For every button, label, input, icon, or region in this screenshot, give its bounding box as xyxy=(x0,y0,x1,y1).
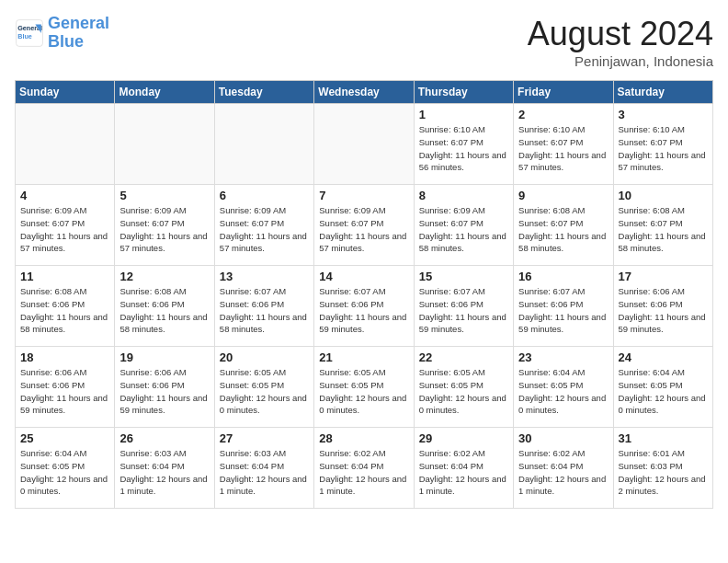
calendar-cell: 2Sunrise: 6:10 AM Sunset: 6:07 PM Daylig… xyxy=(514,104,613,185)
calendar-cell: 12Sunrise: 6:08 AM Sunset: 6:06 PM Dayli… xyxy=(115,266,214,347)
calendar-cell xyxy=(115,104,214,185)
week-row-4: 18Sunrise: 6:06 AM Sunset: 6:06 PM Dayli… xyxy=(16,347,713,428)
calendar-cell: 23Sunrise: 6:04 AM Sunset: 6:05 PM Dayli… xyxy=(514,347,613,428)
week-row-5: 25Sunrise: 6:04 AM Sunset: 6:05 PM Dayli… xyxy=(16,428,713,509)
weekday-header-sunday: Sunday xyxy=(16,81,115,104)
calendar-cell: 20Sunrise: 6:05 AM Sunset: 6:05 PM Dayli… xyxy=(214,347,313,428)
weekday-header-thursday: Thursday xyxy=(414,81,513,104)
day-info: Sunrise: 6:06 AM Sunset: 6:06 PM Dayligh… xyxy=(20,366,109,417)
calendar-cell: 31Sunrise: 6:01 AM Sunset: 6:03 PM Dayli… xyxy=(613,428,712,509)
day-info: Sunrise: 6:03 AM Sunset: 6:04 PM Dayligh… xyxy=(119,447,209,498)
day-info: Sunrise: 6:05 AM Sunset: 6:05 PM Dayligh… xyxy=(220,366,309,417)
day-info: Sunrise: 6:10 AM Sunset: 6:07 PM Dayligh… xyxy=(419,123,508,174)
day-info: Sunrise: 6:05 AM Sunset: 6:05 PM Dayligh… xyxy=(319,366,408,417)
calendar-cell: 28Sunrise: 6:02 AM Sunset: 6:04 PM Dayli… xyxy=(314,428,414,509)
calendar-cell: 24Sunrise: 6:04 AM Sunset: 6:05 PM Dayli… xyxy=(613,347,712,428)
day-number: 24 xyxy=(619,350,708,364)
day-info: Sunrise: 6:07 AM Sunset: 6:06 PM Dayligh… xyxy=(319,285,408,336)
day-number: 18 xyxy=(20,350,109,364)
day-info: Sunrise: 6:02 AM Sunset: 6:04 PM Dayligh… xyxy=(518,447,608,498)
day-number: 9 xyxy=(518,189,608,202)
weekday-header-row: SundayMondayTuesdayWednesdayThursdayFrid… xyxy=(16,81,713,104)
calendar-cell: 19Sunrise: 6:06 AM Sunset: 6:06 PM Dayli… xyxy=(115,347,214,428)
calendar-cell xyxy=(214,104,313,185)
calendar-cell: 18Sunrise: 6:06 AM Sunset: 6:06 PM Dayli… xyxy=(16,347,115,428)
calendar-cell: 9Sunrise: 6:08 AM Sunset: 6:07 PM Daylig… xyxy=(514,185,613,266)
calendar-cell: 14Sunrise: 6:07 AM Sunset: 6:06 PM Dayli… xyxy=(314,266,414,347)
day-info: Sunrise: 6:09 AM Sunset: 6:07 PM Dayligh… xyxy=(20,204,109,255)
calendar-cell: 13Sunrise: 6:07 AM Sunset: 6:06 PM Dayli… xyxy=(214,266,313,347)
day-info: Sunrise: 6:10 AM Sunset: 6:07 PM Dayligh… xyxy=(518,123,608,174)
day-info: Sunrise: 6:02 AM Sunset: 6:04 PM Dayligh… xyxy=(319,447,408,498)
logo-icon: General Blue xyxy=(15,18,44,48)
day-info: Sunrise: 6:09 AM Sunset: 6:07 PM Dayligh… xyxy=(220,204,309,255)
day-info: Sunrise: 6:08 AM Sunset: 6:07 PM Dayligh… xyxy=(619,204,708,255)
calendar-cell: 11Sunrise: 6:08 AM Sunset: 6:06 PM Dayli… xyxy=(16,266,115,347)
day-number: 26 xyxy=(119,431,209,445)
calendar-cell: 10Sunrise: 6:08 AM Sunset: 6:07 PM Dayli… xyxy=(613,185,712,266)
day-number: 17 xyxy=(619,270,708,283)
day-info: Sunrise: 6:08 AM Sunset: 6:07 PM Dayligh… xyxy=(518,204,608,255)
day-number: 14 xyxy=(319,270,408,283)
day-info: Sunrise: 6:09 AM Sunset: 6:07 PM Dayligh… xyxy=(319,204,408,255)
day-number: 12 xyxy=(119,270,209,283)
location-subtitle: Peninjawan, Indonesia xyxy=(528,53,713,69)
day-info: Sunrise: 6:10 AM Sunset: 6:07 PM Dayligh… xyxy=(619,123,708,174)
day-number: 1 xyxy=(419,108,508,121)
day-number: 21 xyxy=(319,350,408,364)
calendar-cell xyxy=(16,104,115,185)
logo-text: GeneralBlue xyxy=(48,15,109,52)
calendar-cell: 22Sunrise: 6:05 AM Sunset: 6:05 PM Dayli… xyxy=(414,347,513,428)
day-number: 19 xyxy=(119,350,209,364)
day-number: 30 xyxy=(518,431,608,445)
day-info: Sunrise: 6:04 AM Sunset: 6:05 PM Dayligh… xyxy=(619,366,708,417)
calendar-cell: 3Sunrise: 6:10 AM Sunset: 6:07 PM Daylig… xyxy=(613,104,712,185)
week-row-3: 11Sunrise: 6:08 AM Sunset: 6:06 PM Dayli… xyxy=(16,266,713,347)
day-info: Sunrise: 6:08 AM Sunset: 6:06 PM Dayligh… xyxy=(20,285,109,336)
page-header: General Blue GeneralBlue August 2024 Pen… xyxy=(15,15,713,69)
calendar-cell: 29Sunrise: 6:02 AM Sunset: 6:04 PM Dayli… xyxy=(414,428,513,509)
weekday-header-saturday: Saturday xyxy=(613,81,712,104)
day-number: 16 xyxy=(518,270,608,283)
day-info: Sunrise: 6:08 AM Sunset: 6:06 PM Dayligh… xyxy=(119,285,209,336)
day-number: 15 xyxy=(419,270,508,283)
day-number: 20 xyxy=(220,350,309,364)
calendar-cell: 7Sunrise: 6:09 AM Sunset: 6:07 PM Daylig… xyxy=(314,185,414,266)
calendar-cell: 25Sunrise: 6:04 AM Sunset: 6:05 PM Dayli… xyxy=(16,428,115,509)
day-number: 10 xyxy=(619,189,708,202)
weekday-header-tuesday: Tuesday xyxy=(214,81,313,104)
calendar-cell: 16Sunrise: 6:07 AM Sunset: 6:06 PM Dayli… xyxy=(514,266,613,347)
day-number: 25 xyxy=(20,431,109,445)
calendar-cell: 30Sunrise: 6:02 AM Sunset: 6:04 PM Dayli… xyxy=(514,428,613,509)
day-info: Sunrise: 6:07 AM Sunset: 6:06 PM Dayligh… xyxy=(419,285,508,336)
day-number: 5 xyxy=(119,189,209,202)
weekday-header-monday: Monday xyxy=(115,81,214,104)
day-number: 28 xyxy=(319,431,408,445)
day-number: 3 xyxy=(619,108,708,121)
day-number: 22 xyxy=(419,350,508,364)
title-block: August 2024 Peninjawan, Indonesia xyxy=(528,15,713,69)
calendar-cell xyxy=(314,104,414,185)
day-number: 31 xyxy=(619,431,708,445)
day-info: Sunrise: 6:09 AM Sunset: 6:07 PM Dayligh… xyxy=(119,204,209,255)
week-row-1: 1Sunrise: 6:10 AM Sunset: 6:07 PM Daylig… xyxy=(16,104,713,185)
calendar-cell: 6Sunrise: 6:09 AM Sunset: 6:07 PM Daylig… xyxy=(214,185,313,266)
day-info: Sunrise: 6:07 AM Sunset: 6:06 PM Dayligh… xyxy=(220,285,309,336)
calendar-cell: 5Sunrise: 6:09 AM Sunset: 6:07 PM Daylig… xyxy=(115,185,214,266)
day-info: Sunrise: 6:05 AM Sunset: 6:05 PM Dayligh… xyxy=(419,366,508,417)
calendar-cell: 27Sunrise: 6:03 AM Sunset: 6:04 PM Dayli… xyxy=(214,428,313,509)
day-number: 8 xyxy=(419,189,508,202)
day-info: Sunrise: 6:09 AM Sunset: 6:07 PM Dayligh… xyxy=(419,204,508,255)
weekday-header-wednesday: Wednesday xyxy=(314,81,414,104)
calendar-cell: 8Sunrise: 6:09 AM Sunset: 6:07 PM Daylig… xyxy=(414,185,513,266)
day-number: 2 xyxy=(518,108,608,121)
logo: General Blue GeneralBlue xyxy=(15,15,109,52)
calendar-cell: 26Sunrise: 6:03 AM Sunset: 6:04 PM Dayli… xyxy=(115,428,214,509)
day-number: 29 xyxy=(419,431,508,445)
day-info: Sunrise: 6:06 AM Sunset: 6:06 PM Dayligh… xyxy=(119,366,209,417)
day-info: Sunrise: 6:02 AM Sunset: 6:04 PM Dayligh… xyxy=(419,447,508,498)
weekday-header-friday: Friday xyxy=(514,81,613,104)
day-number: 23 xyxy=(518,350,608,364)
svg-text:Blue: Blue xyxy=(17,31,32,40)
day-number: 11 xyxy=(20,270,109,283)
